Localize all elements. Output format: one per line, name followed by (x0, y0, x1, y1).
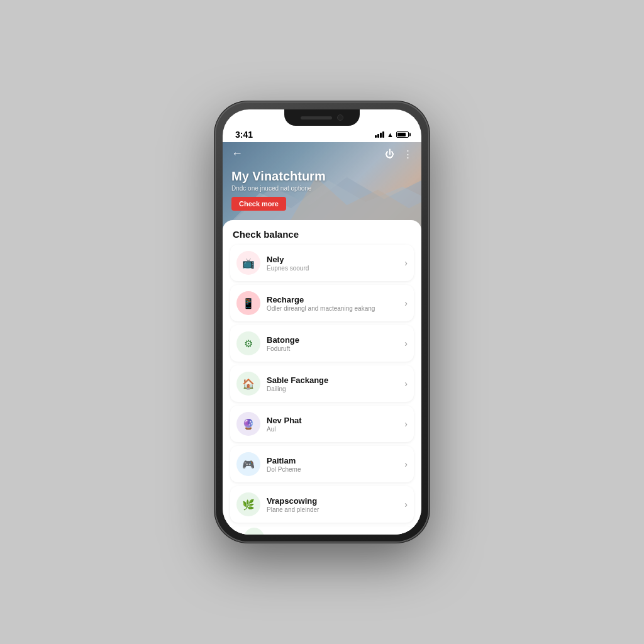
nely-label: Nely (267, 255, 404, 264)
section-title: Check balance (223, 220, 421, 245)
nev-phat-icon: 🔮 (236, 412, 260, 436)
phone-wrapper: 3:41 ▲ (215, 102, 429, 542)
signal-bar-2 (377, 134, 379, 138)
menu-item-nely[interactable]: 📺 Nely Eupnes soourd › (230, 245, 414, 281)
signal-bars (375, 131, 384, 138)
notch-speaker (301, 116, 332, 119)
paitlam-text: Paitlam Dol Pcheme (267, 456, 404, 473)
nev-phat-desc: Aul (267, 426, 404, 433)
notch-camera (337, 114, 343, 121)
sable-fackange-text: Sable Fackange Dailing (267, 375, 404, 392)
vrapscowing-chevron: › (404, 499, 408, 509)
menu-list: 📺 Nely Eupnes soourd › 📱 (223, 245, 421, 523)
recharge-desc: Odler direangl and macteaning eakang (267, 305, 404, 312)
header-actions: ⏻ ⋮ (385, 148, 413, 160)
phone-shell: 3:41 ▲ (215, 102, 429, 542)
menu-item-passtrun[interactable]: ▲ Passtrun (230, 526, 414, 535)
vrapscowing-label: Vrapscowing (267, 496, 404, 506)
back-button[interactable]: ← (231, 147, 243, 160)
batonge-chevron: › (404, 338, 408, 348)
signal-bar-1 (375, 135, 377, 138)
nely-icon: 📺 (236, 251, 260, 275)
nely-text: Nely Eupnes soourd (267, 255, 404, 272)
header-nav: ← ⏻ ⋮ (223, 142, 421, 165)
header-subtitle: Dndc one jnuced nat optione (231, 185, 413, 192)
sable-fackange-chevron: › (404, 379, 408, 389)
battery-icon (396, 131, 409, 138)
menu-item-nev-phat[interactable]: 🔮 Nev Phat Aul › (230, 406, 414, 442)
menu-item-recharge[interactable]: 📱 Recharge Odler direangl and macteaning… (230, 285, 414, 321)
vrapscowing-desc: Plane and pleinder (267, 506, 404, 513)
paitlam-desc: Dol Pcheme (267, 466, 404, 473)
paitlam-chevron: › (404, 459, 408, 469)
phone-screen: 3:41 ▲ (223, 109, 421, 535)
header-content: My Vinatchturm Dndc one jnuced nat optio… (223, 165, 421, 217)
sable-fackange-icon: 🏠 (236, 372, 260, 396)
header-section: ← ⏻ ⋮ My Vinatchturm Dndc one jnuced nat… (223, 142, 421, 230)
nely-chevron: › (404, 258, 408, 268)
check-more-button[interactable]: Check more (231, 197, 286, 211)
signal-bar-4 (382, 131, 384, 138)
signal-bar-3 (380, 133, 382, 138)
more-icon[interactable]: ⋮ (403, 148, 413, 160)
vrapscowing-text: Vrapscowing Plane and pleinder (267, 496, 404, 513)
batonge-label: Batonge (267, 335, 404, 345)
batonge-desc: Foduruft (267, 345, 404, 352)
recharge-icon: 📱 (236, 291, 260, 315)
batonge-icon: ⚙ (236, 331, 260, 355)
paitlam-icon: 🎮 (236, 452, 260, 476)
status-time: 3:41 (235, 130, 253, 140)
sable-fackange-label: Sable Fackange (267, 375, 404, 385)
nev-phat-label: Nev Phat (267, 416, 404, 425)
battery-fill (397, 133, 406, 136)
menu-item-sable-fackange[interactable]: 🏠 Sable Fackange Dailing › (230, 365, 414, 402)
vrapscowing-icon: 🌿 (236, 492, 260, 516)
nely-desc: Eupnes soourd (267, 265, 404, 272)
header-title: My Vinatchturm (231, 169, 413, 184)
power-icon[interactable]: ⏻ (385, 148, 394, 159)
menu-item-vrapscowing[interactable]: 🌿 Vrapscowing Plane and pleinder › (230, 486, 414, 523)
sable-fackange-desc: Dailing (267, 386, 404, 392)
notch (284, 109, 360, 126)
nev-phat-text: Nev Phat Aul (267, 416, 404, 433)
batonge-text: Batonge Foduruft (267, 335, 404, 352)
status-icons: ▲ (375, 131, 409, 138)
content-area: Check balance 📺 Nely Eupnes soourd › (223, 220, 421, 535)
menu-item-paitlam[interactable]: 🎮 Paitlam Dol Pcheme › (230, 446, 414, 482)
wifi-icon: ▲ (387, 131, 394, 138)
nev-phat-chevron: › (404, 419, 408, 429)
passtrun-label: Passtrun (270, 533, 306, 535)
recharge-text: Recharge Odler direangl and macteaning e… (267, 295, 404, 312)
paitlam-label: Paitlam (267, 456, 404, 465)
menu-item-batonge[interactable]: ⚙ Batonge Foduruft › (230, 325, 414, 362)
passtrun-icon: ▲ (244, 528, 264, 535)
recharge-chevron: › (404, 298, 408, 308)
recharge-label: Recharge (267, 295, 404, 304)
